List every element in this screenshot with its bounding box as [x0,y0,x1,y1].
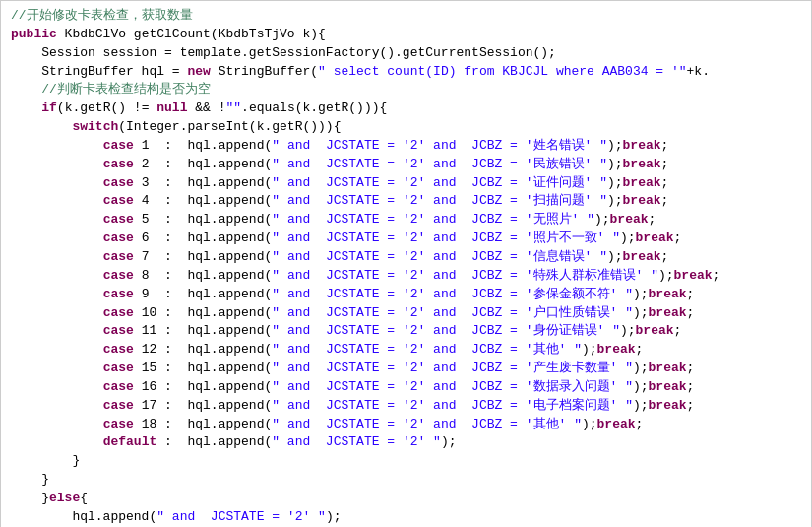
str-case-6: " and JCSTATE = '2' and JCBZ = '照片不一致' " [272,231,620,245]
keyword-case-7: case [103,249,134,264]
line-8: case 1 : hql.append(" and JCSTATE = '2' … [11,137,801,156]
line-6: if(k.getR() != null && !"".equals(k.getR… [11,99,801,118]
line-20: case 15 : hql.append(" and JCSTATE = '2'… [11,360,801,378]
keyword-case-2: case [103,157,134,171]
keyword-if: if [41,100,57,115]
keyword-case-9: case [103,287,134,301]
str-case-5: " and JCSTATE = '2' and JCBZ = '无照片' " [272,212,594,227]
keyword-default: default [103,434,157,449]
keyword-break-3: break [623,175,661,190]
comment-1: //开始修改卡表检查，获取数量 [11,8,193,23]
str-case-1: " and JCSTATE = '2' and JCBZ = '姓名错误' " [272,138,607,153]
keyword-break-16: break [649,379,687,394]
str-case-11: " and JCSTATE = '2' and JCBZ = '身份证错误' " [272,323,620,338]
line-16: case 9 : hql.append(" and JCSTATE = '2' … [11,286,801,304]
keyword-break-15: break [649,361,687,375]
keyword-case-18: case [103,417,134,431]
line-5: //判断卡表检查结构是否为空 [11,81,801,99]
line-28: hql.append(" and JCSTATE = '2' "); [11,508,801,527]
line-14: case 7 : hql.append(" and JCSTATE = '2' … [11,248,801,267]
keyword-break-11: break [636,323,674,338]
keyword-case-11: case [103,323,134,338]
str-case-7: " and JCSTATE = '2' and JCBZ = '信息错误' " [272,249,607,264]
keyword-else: else [49,491,80,505]
str-case-4: " and JCSTATE = '2' and JCBZ = '扫描问题' " [272,193,607,208]
keyword-break-1: break [623,138,661,153]
keyword-break-18: break [597,417,636,431]
line-11: case 4 : hql.append(" and JCSTATE = '2' … [11,192,801,211]
line-21: case 16 : hql.append(" and JCSTATE = '2'… [11,378,801,397]
str-case-8: " and JCSTATE = '2' and JCBZ = '特殊人群标准错误… [272,268,658,283]
keyword-case-6: case [103,231,134,245]
keyword-break-17: break [649,398,687,413]
keyword-break-4: break [623,193,661,208]
line-18: case 11 : hql.append(" and JCSTATE = '2'… [11,322,801,341]
keyword-switch: switch [72,119,118,134]
str-case-18: " and JCSTATE = '2' and JCBZ = '其他' " [272,417,582,431]
line-3: Session session = template.getSessionFac… [11,44,801,63]
str-case-17: " and JCSTATE = '2' and JCBZ = '电子档案问题' … [272,398,633,413]
keyword-case-5: case [103,212,134,227]
line-9: case 2 : hql.append(" and JCSTATE = '2' … [11,156,801,174]
keyword-break-12: break [597,342,636,357]
line-2: public KbdbClVo getClCount(KbdbTsTjVo k)… [11,26,801,44]
keyword-case-4: case [103,193,134,208]
str-default: " and JCSTATE = '2' " [272,434,441,449]
line-23: case 18 : hql.append(" and JCSTATE = '2'… [11,416,801,434]
keyword-break-9: break [649,287,687,301]
keyword-null: null [156,100,187,115]
str-case-3: " and JCSTATE = '2' and JCBZ = '证件问题' " [272,175,607,190]
line-17: case 10 : hql.append(" and JCSTATE = '2'… [11,304,801,323]
comment-2: //判断卡表检查结构是否为空 [41,82,211,97]
keyword-case-16: case [103,379,134,394]
keyword-case-17: case [103,398,134,413]
line-19: case 12 : hql.append(" and JCSTATE = '2'… [11,341,801,360]
keyword-public: public [11,27,57,41]
keyword-break-5: break [610,212,649,227]
string-1: " select count(ID) from KBJCJL where AAB… [318,64,686,79]
line-15: case 8 : hql.append(" and JCSTATE = '2' … [11,267,801,286]
str-case-12: " and JCSTATE = '2' and JCBZ = '其他' " [272,342,582,357]
code-editor: //开始修改卡表检查，获取数量public KbdbClVo getClCoun… [0,0,812,527]
str-case-2: " and JCSTATE = '2' and JCBZ = '民族错误' " [272,157,607,171]
str-case-15: " and JCSTATE = '2' and JCBZ = '产生废卡数量' … [272,361,633,375]
line-1: //开始修改卡表检查，获取数量 [11,7,801,26]
keyword-case-12: case [103,342,134,357]
keyword-break-10: break [649,305,687,320]
line-7: switch(Integer.parseInt(k.getR())){ [11,118,801,137]
line-24: default : hql.append(" and JCSTATE = '2'… [11,433,801,452]
keyword-case-15: case [103,361,134,375]
keyword-case-8: case [103,268,134,283]
str-case-9: " and JCSTATE = '2' and JCBZ = '参保金额不符' … [272,287,633,301]
line-22: case 17 : hql.append(" and JCSTATE = '2'… [11,397,801,416]
keyword-case-10: case [103,305,134,320]
code-content: //开始修改卡表检查，获取数量public KbdbClVo getClCoun… [1,1,811,527]
keyword-case-1: case [103,138,134,153]
line-10: case 3 : hql.append(" and JCSTATE = '2' … [11,174,801,193]
line-4: StringBuffer hql = new StringBuffer(" se… [11,63,801,82]
line-27: }else{ [11,490,801,508]
keyword-case-3: case [103,175,134,190]
keyword-break-7: break [623,249,661,264]
line-12: case 5 : hql.append(" and JCSTATE = '2' … [11,211,801,230]
keyword-break-8: break [674,268,713,283]
keyword-break-2: break [623,157,661,171]
keyword-break-6: break [636,231,674,245]
line-26: } [11,471,801,490]
keyword-new: new [187,64,210,79]
str-else: " and JCSTATE = '2' " [156,509,326,524]
line-25: } [11,452,801,471]
str-case-16: " and JCSTATE = '2' and JCBZ = '数据录入问题' … [272,379,633,394]
line-13: case 6 : hql.append(" and JCSTATE = '2' … [11,230,801,248]
string-empty: "" [225,100,241,115]
str-case-10: " and JCSTATE = '2' and JCBZ = '户口性质错误' … [272,305,633,320]
